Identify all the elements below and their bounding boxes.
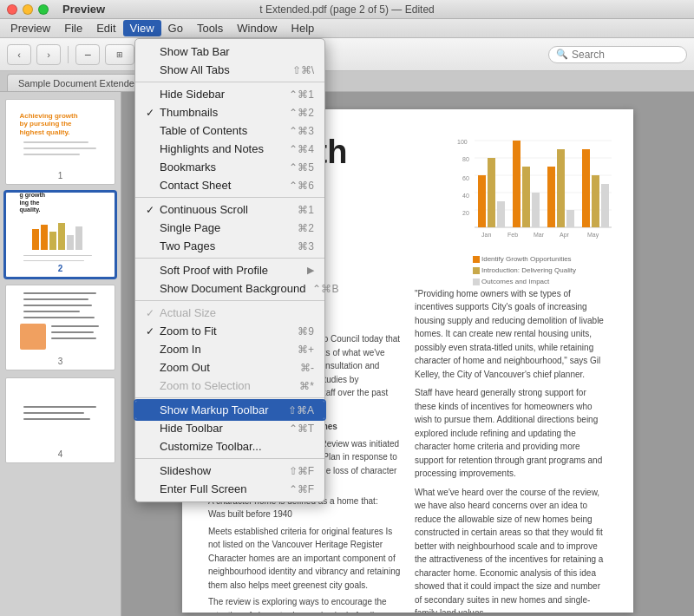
zoom-fit-button[interactable]: ⊞ — [105, 44, 134, 65]
menu-enter-full-screen[interactable]: Enter Full Screen ⌃⌘F — [135, 480, 324, 498]
thumb-img-1: Achieving growthby pursuing thehighest q… — [13, 100, 108, 169]
menu-file[interactable]: File — [57, 20, 89, 36]
svg-rect-3 — [58, 223, 65, 250]
thumb-img-4 — [13, 378, 108, 448]
menu-tools[interactable]: Tools — [190, 20, 230, 36]
sep-4 — [135, 300, 324, 301]
menu-hide-toolbar[interactable]: Hide Toolbar ⌃⌘T — [135, 419, 324, 437]
sep-5 — [135, 397, 324, 398]
app-name: Preview — [62, 3, 105, 16]
tab-label: Sample Document Extende... — [18, 78, 142, 88]
search-input[interactable] — [572, 49, 684, 61]
menu-go[interactable]: Go — [161, 20, 190, 36]
nav-fwd-button[interactable]: › — [36, 44, 61, 65]
menu-table-of-contents[interactable]: Table of Contents ⌃⌘3 — [135, 121, 324, 140]
svg-text:May: May — [587, 232, 599, 239]
menu-actual-size[interactable]: ✓ Actual Size — [135, 304, 324, 322]
svg-rect-33 — [601, 184, 609, 227]
svg-rect-29 — [557, 149, 565, 227]
toolbar-sep-1 — [68, 46, 69, 63]
maximize-button[interactable] — [38, 4, 49, 15]
menu-show-markup-toolbar[interactable]: Show Markup Toolbar ⇧⌘A — [135, 401, 324, 419]
tab-document[interactable]: Sample Document Extende... — [7, 74, 154, 91]
thumb-img-2: g growthing thequality. — [13, 193, 108, 262]
svg-text:Jan: Jan — [481, 232, 491, 238]
svg-text:40: 40 — [462, 193, 469, 199]
menu-soft-proof[interactable]: Soft Proof with Profile ▶ — [135, 261, 324, 279]
menu-show-all-tabs[interactable]: Show All Tabs ⇧⌘\ — [135, 61, 324, 79]
traffic-lights — [7, 4, 49, 15]
menu-highlights-notes[interactable]: Highlights and Notes ⌃⌘4 — [135, 140, 324, 158]
svg-rect-28 — [547, 167, 555, 227]
menu-two-pages[interactable]: Two Pages ⌘3 — [135, 237, 324, 255]
sidebar-page-2[interactable]: g growthing thequality. 2 — [5, 192, 115, 278]
menu-show-tab-bar[interactable]: Show Tab Bar — [135, 43, 324, 61]
menu-window[interactable]: Window — [230, 20, 284, 36]
menu-hide-sidebar[interactable]: Hide Sidebar ⌃⌘1 — [135, 85, 324, 103]
thumb-num-2: 2 — [58, 262, 63, 277]
menu-preview[interactable]: Preview — [3, 20, 57, 36]
sep-3 — [135, 258, 324, 259]
svg-rect-4 — [67, 235, 74, 250]
svg-rect-0 — [32, 229, 39, 250]
menu-slideshow[interactable]: Slideshow ⇧⌘F — [135, 462, 324, 480]
minimize-button[interactable] — [23, 4, 33, 15]
view-menu-dropdown[interactable]: Show Tab Bar Show All Tabs ⇧⌘\ Hide Side… — [134, 38, 325, 502]
svg-text:Mar: Mar — [534, 232, 545, 238]
svg-rect-2 — [49, 232, 56, 250]
svg-rect-32 — [592, 175, 599, 227]
close-button[interactable] — [7, 4, 17, 15]
menu-thumbnails[interactable]: ✓ Thumbnails ⌃⌘2 — [135, 103, 324, 121]
sidebar: Achieving growthby pursuing thehighest q… — [0, 92, 121, 616]
main-layout: Achieving growthby pursuing thehighest q… — [0, 92, 694, 616]
sep-6 — [135, 458, 324, 459]
bar-chart: 100 80 60 40 20 Jan Feb — [447, 127, 616, 252]
svg-rect-1 — [41, 225, 48, 250]
svg-rect-5 — [75, 226, 82, 250]
thumb-img-3 — [13, 285, 108, 355]
menu-continuous-scroll[interactable]: ✓ Continuous Scroll ⌘1 — [135, 200, 324, 219]
thumb-num-4: 4 — [58, 448, 63, 462]
menu-zoom-to-selection[interactable]: Zoom to Selection ⌘* — [135, 377, 324, 395]
svg-text:Feb: Feb — [507, 232, 518, 238]
svg-rect-26 — [522, 167, 530, 227]
menu-contact-sheet[interactable]: Contact Sheet ⌃⌘6 — [135, 176, 324, 194]
zoom-out-button[interactable]: − — [75, 44, 100, 65]
menu-zoom-out[interactable]: Zoom Out ⌘- — [135, 358, 324, 377]
toolbar: ‹ › − ⊞ + ↺ ↑ ✏ ✍ ▾ 🔍 — [0, 38, 694, 71]
menu-customize-toolbar[interactable]: Customize Toolbar... — [135, 437, 324, 455]
sep-1 — [135, 82, 324, 82]
menu-zoom-in[interactable]: Zoom In ⌘+ — [135, 340, 324, 358]
svg-rect-23 — [488, 158, 495, 227]
menu-edit[interactable]: Edit — [89, 20, 122, 36]
search-icon: 🔍 — [556, 49, 568, 60]
right-col: "Providing home owners with se types of … — [415, 287, 607, 613]
sep-2 — [135, 197, 324, 198]
sidebar-page-4[interactable]: 4 — [5, 377, 115, 463]
svg-text:80: 80 — [462, 156, 469, 162]
thumb-num-3: 3 — [58, 355, 63, 370]
sidebar-page-3[interactable]: 3 — [5, 285, 115, 370]
svg-text:60: 60 — [462, 175, 469, 181]
tab-bar: Sample Document Extende... — [0, 71, 694, 92]
menu-help[interactable]: Help — [285, 20, 322, 36]
menu-show-doc-bg[interactable]: Show Document Background ⌃⌘B — [135, 279, 324, 298]
svg-text:20: 20 — [462, 210, 469, 216]
svg-rect-30 — [566, 210, 574, 227]
svg-rect-31 — [582, 149, 590, 227]
svg-rect-25 — [513, 141, 520, 227]
menu-bookmarks[interactable]: Bookmarks ⌃⌘5 — [135, 158, 324, 176]
menu-zoom-to-fit[interactable]: ✓ Zoom to Fit ⌘9 — [135, 322, 324, 340]
nav-back-button[interactable]: ‹ — [7, 44, 31, 65]
sidebar-page-1[interactable]: Achieving growthby pursuing thehighest q… — [5, 99, 115, 185]
thumb-num-1: 1 — [58, 169, 63, 184]
svg-rect-27 — [532, 193, 540, 227]
svg-text:Apr: Apr — [560, 232, 570, 239]
menu-view[interactable]: View — [123, 20, 161, 36]
title-bar: Preview t Extended.pdf (page 2 of 5) — E… — [0, 0, 694, 19]
svg-rect-22 — [478, 175, 486, 227]
svg-rect-24 — [497, 201, 505, 227]
doc-title: t Extended.pdf (page 2 of 5) — Edited — [259, 3, 434, 16]
menu-single-page[interactable]: Single Page ⌘2 — [135, 219, 324, 237]
search-bar[interactable]: 🔍 — [548, 46, 687, 63]
